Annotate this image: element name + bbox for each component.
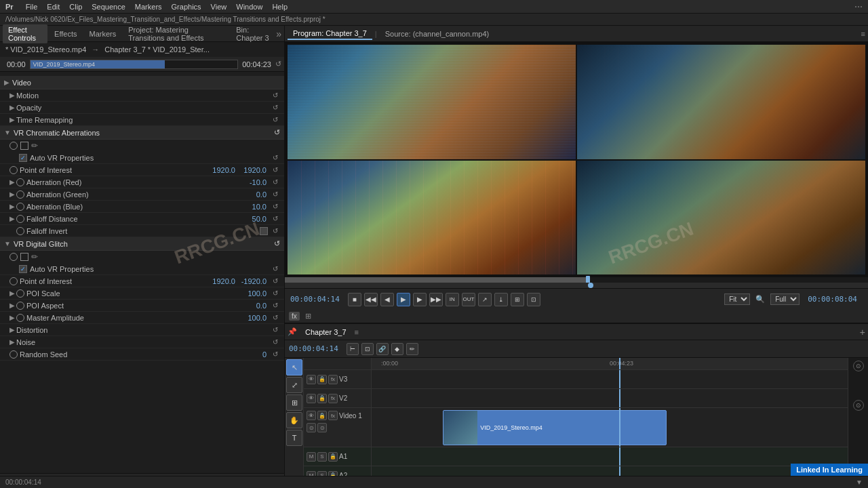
vr-chroma-square-icon[interactable] <box>20 142 28 150</box>
monitor-btn-settings[interactable]: ⊞ <box>511 293 524 306</box>
v1-eye-btn[interactable]: 👁 <box>307 411 316 420</box>
section-vr-chromatic[interactable]: ▼ VR Chromatic Aberrations ↺ <box>0 126 284 140</box>
prop-poi-aspect[interactable]: ▶ POI Aspect 0.0 ↺ <box>0 300 284 312</box>
ec-timeline-track[interactable]: VID_2019_Stereo.mp4 <box>30 60 239 69</box>
tool-select[interactable]: ↖ <box>286 359 302 375</box>
aber-blue-stopwatch[interactable] <box>16 203 24 211</box>
monitor-btn-stop[interactable]: ■ <box>348 293 361 306</box>
aber-green-reset[interactable]: ↺ <box>271 190 280 198</box>
vr-glitch-circle-icon[interactable] <box>9 253 18 261</box>
section-vr-glitch[interactable]: ▼ VR Digital Glitch ↺ <box>0 237 284 251</box>
vr-glitch-auto-checkbox[interactable] <box>19 265 27 273</box>
v1-lock-btn[interactable]: 🔒 <box>317 411 327 420</box>
monitor-btn-prev-frame[interactable]: ◀◀ <box>364 293 378 306</box>
prop-aberration-green[interactable]: ▶ Aberration (Green) 0.0 ↺ <box>0 188 284 201</box>
falloff-dist-value[interactable]: 50.0 <box>239 215 267 223</box>
tab-effect-controls[interactable]: Effect Controls <box>3 24 47 43</box>
tl-btn-edit[interactable]: ✏ <box>406 343 418 355</box>
timeline-tab-menu-icon[interactable]: ≡ <box>355 328 359 336</box>
vr-chroma-auto-checkbox[interactable] <box>19 154 27 162</box>
prop-motion[interactable]: ▶ Motion ↺ <box>0 89 284 102</box>
tab-effects[interactable]: Effects <box>49 28 82 39</box>
full-select[interactable]: Full <box>770 293 800 305</box>
ec-reset-icon[interactable]: ↺ <box>275 60 281 68</box>
poi-scale-stopwatch[interactable] <box>16 289 24 298</box>
menu-view[interactable]: View <box>211 3 227 11</box>
prop-aberration-blue[interactable]: ▶ Aberration (Blue) 10.0 ↺ <box>0 201 284 213</box>
v3-eye-btn[interactable]: 👁 <box>307 375 316 384</box>
poi-scale-reset[interactable]: ↺ <box>271 289 280 297</box>
aber-blue-reset[interactable]: ↺ <box>271 203 280 210</box>
vr-chroma-poi-reset[interactable]: ↺ <box>271 166 280 174</box>
tool-zoom[interactable]: ⊞ <box>286 394 302 411</box>
aber-green-value[interactable]: 0.0 <box>239 190 267 199</box>
tab-program[interactable]: Program: Chapter 3_7 <box>288 28 372 40</box>
falloff-dist-stopwatch[interactable] <box>16 215 24 223</box>
tl-btn-marker[interactable]: ◆ <box>391 343 403 355</box>
noise-reset[interactable]: ↺ <box>271 338 280 346</box>
distortion-reset[interactable]: ↺ <box>271 326 280 333</box>
timeline-clip-v1[interactable]: VID_2019_Stereo.mp4 <box>443 410 667 445</box>
master-amp-stopwatch[interactable] <box>16 314 24 322</box>
aber-green-stopwatch[interactable] <box>16 190 24 199</box>
menu-clip[interactable]: Clip <box>69 3 82 11</box>
prop-poi-scale[interactable]: ▶ POI Scale 100.0 ↺ <box>0 287 284 300</box>
random-seed-stopwatch[interactable] <box>9 350 18 359</box>
aber-red-stopwatch[interactable] <box>16 178 24 186</box>
monitor-progress-bar[interactable] <box>285 277 868 283</box>
v3-lock-btn[interactable]: 🔒 <box>317 375 327 384</box>
monitor-btn-in[interactable]: IN <box>446 293 459 306</box>
tl-btn-in[interactable]: ⊢ <box>347 343 359 355</box>
aber-red-value[interactable]: -10.0 <box>239 178 267 186</box>
tab-source[interactable]: Source: (channel_cannon.mp4) <box>380 28 494 39</box>
right-panel-btn1[interactable]: ⊙ <box>853 361 864 371</box>
add-panel-icon[interactable]: + <box>860 327 865 338</box>
tl-btn-snap[interactable]: ⊡ <box>361 343 374 355</box>
vr-chroma-poi-stopwatch[interactable] <box>9 166 18 174</box>
menu-graphics[interactable]: Graphics <box>172 3 201 11</box>
tab-bin[interactable]: Bin: Chapter 3 <box>231 24 275 43</box>
vr-glitch-square-icon[interactable] <box>20 253 28 261</box>
vr-glitch-poi-val2[interactable]: -1920.0 <box>239 277 267 285</box>
poi-aspect-value[interactable]: 0.0 <box>239 302 267 310</box>
aber-blue-value[interactable]: 10.0 <box>239 203 267 211</box>
v2-eye-btn[interactable]: 👁 <box>307 394 316 403</box>
poi-aspect-reset[interactable]: ↺ <box>271 302 280 309</box>
tab-markers[interactable]: Markers <box>83 28 121 39</box>
menu-markers[interactable]: Markers <box>135 3 162 11</box>
prop-distortion[interactable]: ▶ Distortion ↺ <box>0 324 284 336</box>
monitor-btn-export2[interactable]: ⤓ <box>494 293 508 306</box>
a1-solo-btn[interactable]: S <box>317 452 327 462</box>
menu-sequence[interactable]: Sequence <box>92 3 125 11</box>
vr-glitch-poi-stopwatch[interactable] <box>9 277 18 285</box>
motion-reset-icon[interactable]: ↺ <box>271 92 280 99</box>
right-panel-btn2[interactable]: ⊙ <box>853 400 864 411</box>
section-video[interactable]: ▶ Video <box>0 76 284 89</box>
monitor-btn-next-frame[interactable]: ▶▶ <box>429 293 443 306</box>
tool-text[interactable]: T <box>286 430 302 446</box>
vr-chroma-poi-val2[interactable]: 1920.0 <box>239 166 267 174</box>
falloff-invert-checkbox[interactable] <box>260 227 268 235</box>
monitor-btn-play[interactable]: ▶ <box>397 293 410 306</box>
vr-glitch-pen-icon[interactable]: ✏ <box>31 252 41 262</box>
prop-aberration-red[interactable]: ▶ Aberration (Red) -10.0 ↺ <box>0 176 284 188</box>
v1-fx-btn[interactable]: fx <box>328 411 338 420</box>
v3-fx-btn[interactable]: fx <box>328 375 338 384</box>
menu-window[interactable]: Window <box>236 3 262 11</box>
monitor-btn-out[interactable]: OUT <box>462 293 475 306</box>
monitor-timeline-bar[interactable] <box>285 283 868 288</box>
master-amp-value[interactable]: 100.0 <box>239 314 267 322</box>
opacity-reset-icon[interactable]: ↺ <box>271 104 280 111</box>
falloff-dist-reset[interactable]: ↺ <box>271 215 280 222</box>
monitor-btn-export[interactable]: ↗ <box>478 293 492 306</box>
a1-lock-btn[interactable]: 🔒 <box>328 452 338 462</box>
falloff-invert-reset[interactable]: ↺ <box>271 227 280 235</box>
vr-glitch-reset-icon[interactable]: ↺ <box>274 239 280 248</box>
tab-project[interactable]: Project: Mastering Transitions and Effec… <box>123 24 229 43</box>
menu-help[interactable]: Help <box>272 3 288 11</box>
vr-chroma-auto-reset[interactable]: ↺ <box>271 154 280 161</box>
menu-edit[interactable]: Edit <box>47 3 60 11</box>
a1-eye-btn[interactable]: M <box>307 452 316 462</box>
aber-red-reset[interactable]: ↺ <box>271 178 280 186</box>
v2-fx-btn[interactable]: fx <box>328 394 338 403</box>
